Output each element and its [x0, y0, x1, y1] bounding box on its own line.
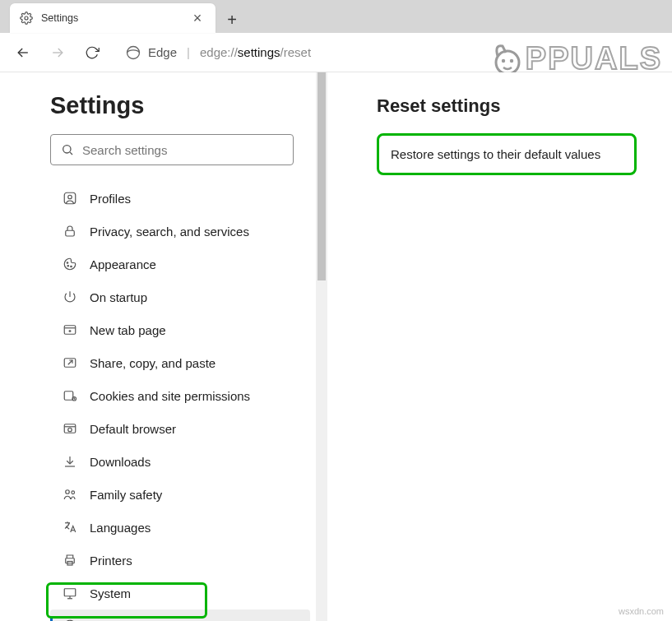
search-input[interactable] — [82, 143, 283, 157]
svg-point-10 — [67, 266, 69, 267]
sidebar-item-family[interactable]: Family safety — [50, 478, 310, 511]
printer-icon — [62, 552, 78, 568]
address-bar[interactable]: Edge | edge://settings/reset — [125, 39, 665, 67]
sidebar-item-label: Languages — [90, 521, 151, 535]
settings-sidebar: Settings Profiles Privacy, search, and s… — [0, 72, 327, 621]
svg-point-7 — [68, 195, 72, 199]
address-divider: | — [183, 45, 193, 59]
edge-logo-icon — [125, 44, 141, 61]
restore-defaults-label: Restore settings to their default values — [391, 147, 600, 161]
family-icon — [62, 486, 78, 503]
sidebar-item-label: Default browser — [90, 422, 176, 436]
power-icon — [62, 289, 78, 305]
download-icon — [62, 453, 78, 470]
sidebar-item-profiles[interactable]: Profiles — [50, 182, 310, 215]
sidebar-item-downloads[interactable]: Downloads — [50, 445, 310, 478]
sidebar-item-cookies[interactable]: Cookies and site permissions — [50, 379, 310, 412]
scrollbar-thumb[interactable] — [317, 72, 326, 280]
settings-heading: Settings — [50, 92, 310, 119]
share-icon — [62, 355, 78, 371]
svg-point-11 — [71, 266, 72, 267]
profile-icon — [62, 190, 78, 206]
browser-toolbar: Edge | edge://settings/reset — [0, 33, 672, 72]
settings-main-panel: Reset settings Restore settings to their… — [327, 72, 672, 621]
settings-nav: Profiles Privacy, search, and services A… — [50, 182, 310, 621]
sidebar-scrollbar[interactable] — [316, 72, 327, 621]
new-tab-button[interactable]: + — [219, 7, 245, 33]
newtab-icon — [62, 322, 78, 338]
url-text: edge://settings/reset — [200, 45, 311, 59]
svg-point-0 — [25, 16, 28, 20]
svg-point-17 — [68, 428, 72, 432]
sidebar-item-label: Family safety — [90, 488, 162, 502]
svg-rect-20 — [66, 558, 75, 563]
close-tab-icon[interactable]: × — [189, 10, 206, 27]
browser-tab[interactable]: Settings × — [10, 3, 216, 33]
svg-point-5 — [63, 146, 71, 153]
sidebar-item-startup[interactable]: On startup — [50, 280, 310, 313]
sidebar-item-languages[interactable]: Languages — [50, 511, 310, 544]
search-icon — [61, 143, 74, 156]
sidebar-item-appearance[interactable]: Appearance — [50, 248, 310, 280]
sidebar-item-share[interactable]: Share, copy, and paste — [50, 346, 310, 379]
reset-icon — [62, 618, 78, 621]
sidebar-item-privacy[interactable]: Privacy, search, and services — [50, 215, 310, 248]
restore-defaults-button[interactable]: Restore settings to their default values — [377, 133, 637, 175]
content-area: Settings Profiles Privacy, search, and s… — [0, 72, 672, 621]
sidebar-item-newtab[interactable]: New tab page — [50, 313, 310, 346]
sidebar-item-label: Privacy, search, and services — [90, 225, 249, 239]
sidebar-item-label: Printers — [90, 554, 132, 568]
forward-button[interactable] — [41, 36, 74, 69]
sidebar-item-printers[interactable]: Printers — [50, 544, 310, 577]
svg-rect-14 — [64, 392, 73, 401]
gear-icon — [20, 12, 33, 25]
svg-point-1 — [127, 46, 140, 58]
sidebar-item-label: Cookies and site permissions — [90, 389, 250, 403]
appearance-icon — [62, 256, 78, 272]
sidebar-item-reset[interactable]: Reset settings — [50, 609, 310, 621]
page-title: Reset settings — [377, 95, 647, 117]
image-credit: wsxdn.com — [619, 606, 664, 616]
browser-icon — [62, 420, 78, 437]
language-icon — [62, 519, 78, 535]
sidebar-item-label: On startup — [90, 290, 147, 304]
sidebar-item-label: System — [90, 586, 131, 600]
sidebar-item-label: New tab page — [90, 323, 166, 337]
sidebar-item-system[interactable]: System — [50, 577, 310, 609]
tab-title: Settings — [41, 12, 78, 24]
refresh-button[interactable] — [76, 36, 109, 69]
window-titlebar: Settings × + — [0, 0, 672, 33]
sidebar-item-default-browser[interactable]: Default browser — [50, 412, 310, 445]
sidebar-item-label: Share, copy, and paste — [90, 356, 216, 370]
site-identity-label: Edge — [148, 45, 177, 59]
svg-rect-22 — [64, 589, 76, 596]
system-icon — [62, 585, 78, 601]
svg-point-19 — [72, 491, 75, 494]
back-button[interactable] — [7, 36, 39, 69]
cookies-icon — [62, 387, 78, 404]
lock-icon — [62, 223, 78, 239]
svg-rect-8 — [66, 230, 75, 236]
svg-rect-6 — [64, 192, 76, 204]
sidebar-item-label: Downloads — [90, 455, 151, 469]
svg-point-9 — [67, 262, 68, 264]
svg-point-18 — [66, 490, 70, 494]
sidebar-item-label: Appearance — [90, 257, 156, 271]
settings-search[interactable] — [50, 134, 294, 165]
sidebar-item-label: Profiles — [90, 192, 131, 206]
